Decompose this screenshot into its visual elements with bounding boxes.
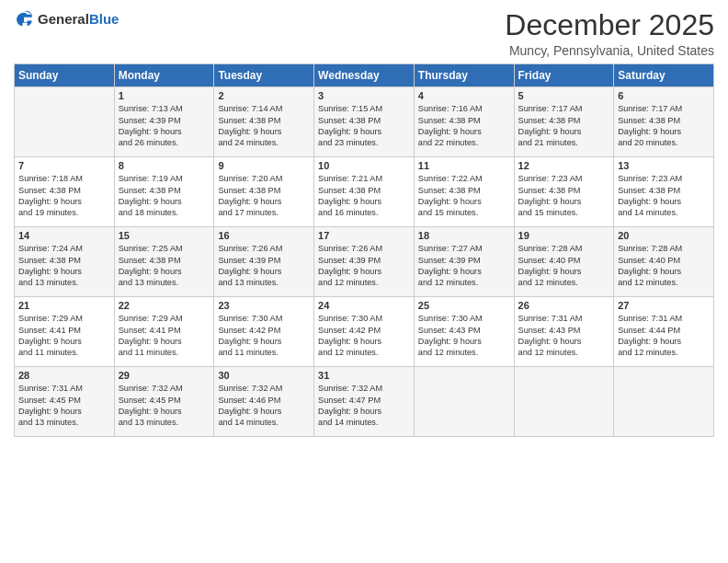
day-number: 29 [119,370,210,381]
calendar-week-5: 28Sunrise: 7:31 AMSunset: 4:45 PMDayligh… [15,367,714,437]
day-number: 3 [318,90,410,101]
day-number: 12 [518,160,610,171]
day-number: 13 [618,160,710,171]
month-title: December 2025 [505,9,714,41]
cell-content: Sunrise: 7:31 AMSunset: 4:45 PMDaylight:… [18,383,110,429]
calendar-cell: 19Sunrise: 7:28 AMSunset: 4:40 PMDayligh… [514,227,614,297]
calendar-table: SundayMondayTuesdayWednesdayThursdayFrid… [14,63,714,437]
day-number: 9 [218,160,310,171]
calendar-cell: 7Sunrise: 7:18 AMSunset: 4:38 PMDaylight… [15,157,115,227]
day-number: 2 [218,90,310,101]
cell-content: Sunrise: 7:29 AMSunset: 4:41 PMDaylight:… [119,313,210,359]
day-number: 15 [119,230,210,241]
calendar-cell: 29Sunrise: 7:32 AMSunset: 4:45 PMDayligh… [114,367,214,437]
day-number: 4 [418,90,510,101]
day-number: 1 [119,90,210,101]
calendar-cell: 10Sunrise: 7:21 AMSunset: 4:38 PMDayligh… [314,157,415,227]
day-number: 7 [18,160,110,171]
calendar-cell [614,367,714,437]
calendar-cell: 9Sunrise: 7:20 AMSunset: 4:38 PMDaylight… [214,157,314,227]
calendar-cell: 5Sunrise: 7:17 AMSunset: 4:38 PMDaylight… [514,87,614,157]
day-number: 27 [618,300,710,311]
cell-content: Sunrise: 7:31 AMSunset: 4:43 PMDaylight:… [518,313,610,359]
cell-content: Sunrise: 7:29 AMSunset: 4:41 PMDaylight:… [18,313,110,359]
calendar-cell: 26Sunrise: 7:31 AMSunset: 4:43 PMDayligh… [514,297,614,367]
day-number: 20 [618,230,710,241]
calendar-cell: 6Sunrise: 7:17 AMSunset: 4:38 PMDaylight… [614,87,714,157]
calendar-header-row: SundayMondayTuesdayWednesdayThursdayFrid… [15,64,714,87]
calendar-cell: 17Sunrise: 7:26 AMSunset: 4:39 PMDayligh… [314,227,415,297]
cell-content: Sunrise: 7:30 AMSunset: 4:42 PMDaylight:… [318,313,410,359]
cell-content: Sunrise: 7:17 AMSunset: 4:38 PMDaylight:… [518,103,610,149]
cell-content: Sunrise: 7:23 AMSunset: 4:38 PMDaylight:… [618,173,710,219]
cell-content: Sunrise: 7:13 AMSunset: 4:39 PMDaylight:… [119,103,210,149]
calendar-cell: 3Sunrise: 7:15 AMSunset: 4:38 PMDaylight… [314,87,415,157]
title-block: December 2025 Muncy, Pennsylvania, Unite… [505,9,714,58]
day-number: 21 [18,300,110,311]
cell-content: Sunrise: 7:20 AMSunset: 4:38 PMDaylight:… [218,173,310,219]
cell-content: Sunrise: 7:26 AMSunset: 4:39 PMDaylight:… [218,243,310,289]
day-number: 18 [418,230,510,241]
day-number: 28 [18,370,110,381]
calendar-cell [414,367,514,437]
cell-content: Sunrise: 7:16 AMSunset: 4:38 PMDaylight:… [418,103,510,149]
location-subtitle: Muncy, Pennsylvania, United States [505,43,714,58]
calendar-week-2: 7Sunrise: 7:18 AMSunset: 4:38 PMDaylight… [15,157,714,227]
cell-content: Sunrise: 7:23 AMSunset: 4:38 PMDaylight:… [518,173,610,219]
logo-general: General [38,12,89,28]
day-number: 14 [18,230,110,241]
day-header-friday: Friday [514,64,614,87]
cell-content: Sunrise: 7:26 AMSunset: 4:39 PMDaylight:… [318,243,410,289]
calendar-cell: 1Sunrise: 7:13 AMSunset: 4:39 PMDaylight… [114,87,214,157]
calendar-cell: 25Sunrise: 7:30 AMSunset: 4:43 PMDayligh… [414,297,514,367]
cell-content: Sunrise: 7:32 AMSunset: 4:46 PMDaylight:… [218,383,310,429]
header: General Blue December 2025 Muncy, Pennsy… [14,9,714,58]
calendar-cell: 24Sunrise: 7:30 AMSunset: 4:42 PMDayligh… [314,297,415,367]
day-header-tuesday: Tuesday [214,64,314,87]
calendar-cell: 13Sunrise: 7:23 AMSunset: 4:38 PMDayligh… [614,157,714,227]
calendar-week-4: 21Sunrise: 7:29 AMSunset: 4:41 PMDayligh… [15,297,714,367]
calendar-cell [514,367,614,437]
calendar-cell: 27Sunrise: 7:31 AMSunset: 4:44 PMDayligh… [614,297,714,367]
cell-content: Sunrise: 7:14 AMSunset: 4:38 PMDaylight:… [218,103,310,149]
day-number: 25 [418,300,510,311]
calendar-cell: 11Sunrise: 7:22 AMSunset: 4:38 PMDayligh… [414,157,514,227]
calendar-week-1: 1Sunrise: 7:13 AMSunset: 4:39 PMDaylight… [15,87,714,157]
cell-content: Sunrise: 7:24 AMSunset: 4:38 PMDaylight:… [18,243,110,289]
calendar-cell: 23Sunrise: 7:30 AMSunset: 4:42 PMDayligh… [214,297,314,367]
day-header-monday: Monday [114,64,214,87]
day-number: 6 [618,90,710,101]
day-number: 19 [518,230,610,241]
day-number: 11 [418,160,510,171]
day-header-wednesday: Wednesday [314,64,415,87]
calendar-cell: 8Sunrise: 7:19 AMSunset: 4:38 PMDaylight… [114,157,214,227]
page-container: General Blue December 2025 Muncy, Pennsy… [0,0,728,563]
day-header-thursday: Thursday [414,64,514,87]
cell-content: Sunrise: 7:30 AMSunset: 4:43 PMDaylight:… [418,313,510,359]
cell-content: Sunrise: 7:31 AMSunset: 4:44 PMDaylight:… [618,313,710,359]
cell-content: Sunrise: 7:28 AMSunset: 4:40 PMDaylight:… [518,243,610,289]
calendar-cell: 14Sunrise: 7:24 AMSunset: 4:38 PMDayligh… [15,227,115,297]
calendar-cell: 20Sunrise: 7:28 AMSunset: 4:40 PMDayligh… [614,227,714,297]
calendar-cell: 31Sunrise: 7:32 AMSunset: 4:47 PMDayligh… [314,367,415,437]
day-header-saturday: Saturday [614,64,714,87]
logo: General Blue [14,9,119,29]
day-number: 17 [318,230,410,241]
day-number: 10 [318,160,410,171]
day-number: 22 [119,300,210,311]
cell-content: Sunrise: 7:25 AMSunset: 4:38 PMDaylight:… [119,243,210,289]
cell-content: Sunrise: 7:18 AMSunset: 4:38 PMDaylight:… [18,173,110,219]
calendar-week-3: 14Sunrise: 7:24 AMSunset: 4:38 PMDayligh… [15,227,714,297]
calendar-cell: 4Sunrise: 7:16 AMSunset: 4:38 PMDaylight… [414,87,514,157]
cell-content: Sunrise: 7:28 AMSunset: 4:40 PMDaylight:… [618,243,710,289]
logo-icon [14,9,34,29]
day-header-sunday: Sunday [15,64,115,87]
cell-content: Sunrise: 7:19 AMSunset: 4:38 PMDaylight:… [119,173,210,219]
day-number: 24 [318,300,410,311]
cell-content: Sunrise: 7:27 AMSunset: 4:39 PMDaylight:… [418,243,510,289]
cell-content: Sunrise: 7:30 AMSunset: 4:42 PMDaylight:… [218,313,310,359]
calendar-cell [15,87,115,157]
cell-content: Sunrise: 7:32 AMSunset: 4:45 PMDaylight:… [119,383,210,429]
day-number: 23 [218,300,310,311]
calendar-cell: 18Sunrise: 7:27 AMSunset: 4:39 PMDayligh… [414,227,514,297]
